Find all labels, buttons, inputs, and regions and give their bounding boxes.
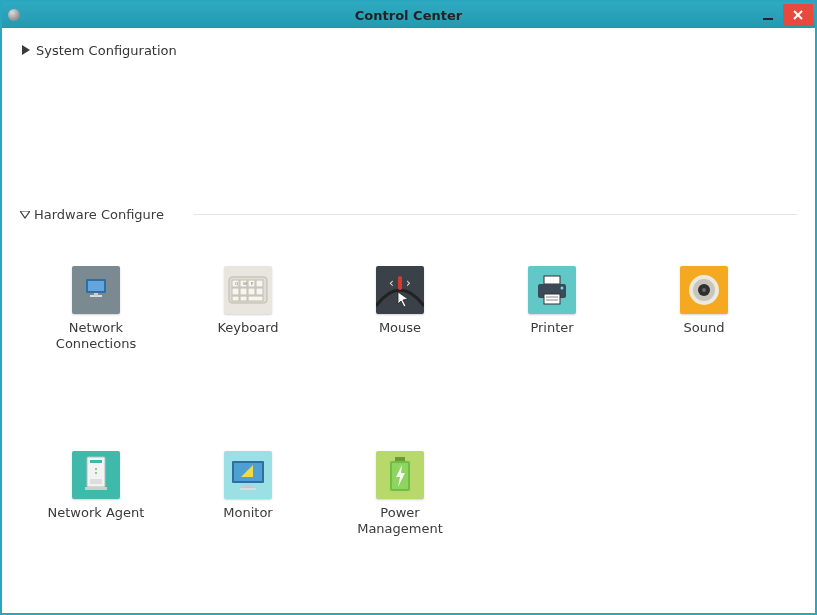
- section-hardware-configure[interactable]: Hardware Configure: [20, 202, 797, 226]
- sound-icon: [680, 266, 728, 314]
- svg-marker-2: [22, 45, 30, 55]
- item-label: Power Management: [340, 505, 460, 536]
- client-area: System Configuration Hardware Configure: [2, 28, 815, 613]
- window-frame: Control Center System Configuration Hard…: [0, 0, 817, 615]
- item-sound[interactable]: Sound: [628, 266, 780, 351]
- item-label: Network Connections: [36, 320, 156, 351]
- spacer: [20, 62, 797, 202]
- svg-rect-16: [256, 288, 263, 295]
- item-label: Printer: [530, 320, 573, 336]
- svg-text:W: W: [243, 281, 247, 286]
- svg-rect-48: [395, 457, 405, 461]
- window-title: Control Center: [2, 8, 815, 23]
- printer-icon: [528, 266, 576, 314]
- keyboard-icon: QWE: [224, 266, 272, 314]
- svg-rect-18: [240, 296, 247, 301]
- item-power-management[interactable]: Power Management: [324, 451, 476, 536]
- chevron-right-icon: [20, 44, 32, 56]
- network-connections-icon: [72, 266, 120, 314]
- svg-rect-38: [90, 460, 102, 463]
- svg-rect-7: [94, 293, 98, 296]
- divider: [194, 214, 797, 215]
- svg-rect-14: [240, 288, 247, 295]
- mouse-icon: ‹ ›: [376, 266, 424, 314]
- svg-rect-41: [90, 479, 102, 484]
- svg-rect-46: [244, 485, 252, 488]
- svg-text:Q: Q: [235, 281, 238, 286]
- svg-rect-19: [248, 296, 263, 301]
- chevron-down-icon: [20, 207, 30, 222]
- close-button[interactable]: [783, 4, 813, 26]
- svg-rect-5: [88, 281, 104, 291]
- item-printer[interactable]: Printer: [476, 266, 628, 351]
- svg-rect-27: [544, 276, 560, 284]
- svg-text:›: ›: [406, 276, 411, 290]
- network-agent-icon: [72, 451, 120, 499]
- app-menu-icon[interactable]: [8, 9, 20, 21]
- minimize-icon: [763, 18, 773, 20]
- svg-rect-12: [256, 280, 263, 287]
- item-label: Monitor: [223, 505, 272, 521]
- svg-marker-26: [398, 292, 408, 307]
- svg-point-36: [702, 288, 706, 292]
- item-mouse[interactable]: ‹ › Mouse: [324, 266, 476, 351]
- item-network-connections[interactable]: Network Connections: [20, 266, 172, 351]
- svg-rect-47: [240, 488, 256, 490]
- item-label: Keyboard: [217, 320, 278, 336]
- svg-point-29: [561, 287, 564, 290]
- power-management-icon: [376, 451, 424, 499]
- close-icon: [792, 9, 804, 21]
- svg-rect-15: [248, 288, 255, 295]
- item-label: Sound: [684, 320, 725, 336]
- section-label: Hardware Configure: [34, 207, 164, 222]
- item-network-agent[interactable]: Network Agent: [20, 451, 172, 536]
- section-system-configuration[interactable]: System Configuration: [20, 38, 797, 62]
- minimize-button[interactable]: [753, 4, 783, 26]
- svg-point-39: [95, 468, 97, 470]
- svg-rect-23: [398, 276, 402, 290]
- item-label: Mouse: [379, 320, 421, 336]
- section-label: System Configuration: [36, 43, 177, 58]
- item-keyboard[interactable]: QWE Keyboard: [172, 266, 324, 351]
- hardware-grid: Network Connections QWE Keyboard: [20, 226, 797, 613]
- window-controls: [753, 4, 813, 26]
- svg-rect-30: [544, 294, 560, 304]
- titlebar[interactable]: Control Center: [2, 2, 815, 28]
- svg-rect-13: [232, 288, 239, 295]
- item-label: Network Agent: [48, 505, 145, 521]
- svg-rect-42: [85, 487, 107, 490]
- svg-text:‹: ‹: [389, 276, 394, 290]
- svg-point-40: [95, 472, 97, 474]
- monitor-icon: [224, 451, 272, 499]
- svg-rect-17: [232, 296, 239, 301]
- svg-marker-3: [20, 211, 30, 218]
- item-monitor[interactable]: Monitor: [172, 451, 324, 536]
